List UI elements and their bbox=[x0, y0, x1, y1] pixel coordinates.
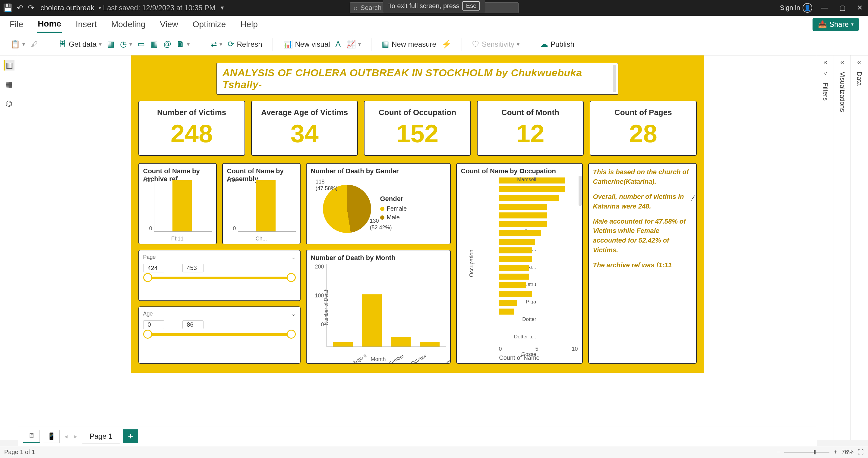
tab-file[interactable]: File bbox=[9, 17, 24, 32]
slider-track[interactable] bbox=[148, 276, 291, 279]
bar bbox=[499, 308, 514, 315]
more-visuals-button[interactable]: 📈 bbox=[346, 39, 361, 49]
sensitivity-button[interactable]: 🛡 Sensitivity bbox=[472, 40, 520, 48]
file-name[interactable]: cholera outbreak bbox=[40, 4, 94, 12]
collapse-icon[interactable]: « bbox=[857, 59, 861, 66]
chevron-down-icon[interactable]: ⌄ bbox=[291, 310, 296, 317]
kpi-card[interactable]: Count of Month 12 bbox=[477, 101, 584, 156]
legend-title: Gender bbox=[380, 195, 407, 203]
excel-icon: ▦ bbox=[107, 39, 115, 49]
chevron-down-icon[interactable]: ⌄ bbox=[291, 254, 296, 261]
transform-data-button[interactable]: ⇄ bbox=[211, 39, 222, 49]
chart-month[interactable]: Number of Death by Month 200 100 0 Numbe… bbox=[306, 250, 451, 364]
report-page[interactable]: ANALYSIS OF CHOLERA OUTBREAK IN STOCKHOL… bbox=[131, 56, 704, 373]
x-axis-title: Count of Name bbox=[457, 354, 582, 361]
zoom-slider[interactable] bbox=[784, 452, 829, 453]
minimize-button[interactable]: — bbox=[819, 3, 830, 13]
fit-page-icon[interactable]: ⛶ bbox=[858, 449, 864, 456]
slicer-page[interactable]: Page⌄ 424 453 bbox=[138, 250, 301, 301]
sql-icon: ▭ bbox=[137, 39, 145, 49]
tab-help[interactable]: Help bbox=[240, 17, 258, 32]
visualizations-panel[interactable]: « Visualizations bbox=[834, 56, 850, 440]
table-view-icon[interactable]: ▦ bbox=[4, 79, 14, 90]
zoom-out-button[interactable]: − bbox=[777, 449, 780, 456]
tab-insert[interactable]: Insert bbox=[75, 17, 97, 32]
page-indicator: Page 1 of 1 bbox=[4, 449, 35, 456]
slider-thumb-min[interactable] bbox=[143, 273, 152, 282]
kpi-card[interactable]: Count of Occupation 152 bbox=[364, 101, 471, 156]
zoom-thumb[interactable] bbox=[814, 450, 815, 454]
enter-data-button[interactable]: ▦ bbox=[150, 39, 158, 49]
chart-gender[interactable]: Number of Death by Gender Gender Female … bbox=[306, 163, 451, 244]
filter-icon[interactable]: ▿ bbox=[824, 69, 827, 77]
narrative-card[interactable]: This is based on the church of Catherine… bbox=[588, 163, 697, 364]
signin-button[interactable]: Sign in 👤 bbox=[780, 3, 812, 13]
publish-button[interactable]: ☁ Publish bbox=[540, 39, 575, 49]
page-tab[interactable]: Page 1 bbox=[82, 429, 120, 444]
scrollbar[interactable] bbox=[579, 176, 582, 206]
add-page-button[interactable]: + bbox=[123, 429, 138, 443]
kpi-card[interactable]: Average Age of Victims 34 bbox=[251, 101, 358, 156]
page-next-icon[interactable]: ▸ bbox=[72, 433, 79, 440]
refresh-button[interactable]: ⟳ Refresh bbox=[228, 39, 262, 49]
filters-panel[interactable]: « ▿ Filters bbox=[817, 56, 834, 440]
collapse-icon[interactable]: « bbox=[824, 59, 827, 66]
slicer-max[interactable]: 453 bbox=[182, 264, 204, 272]
slicer-max[interactable]: 86 bbox=[182, 320, 204, 329]
report-title-card[interactable]: ANALYSIS OF CHOLERA OUTBREAK IN STOCKHOL… bbox=[216, 63, 618, 95]
refresh-label: Refresh bbox=[237, 40, 262, 48]
tab-view[interactable]: View bbox=[159, 17, 179, 32]
slicer-min[interactable]: 424 bbox=[143, 264, 164, 272]
month-bars: August September October November bbox=[327, 264, 446, 347]
excel-source-button[interactable]: ▦ bbox=[107, 39, 115, 49]
slicer-min[interactable]: 0 bbox=[143, 320, 164, 329]
chart-assembly[interactable]: Count of Name by Assembly 200 0 Ch... bbox=[222, 163, 301, 244]
kpi-value: 248 bbox=[142, 121, 242, 146]
desktop-layout-button[interactable]: 🖥 bbox=[23, 430, 40, 443]
save-icon[interactable]: 💾 bbox=[3, 3, 13, 13]
page-prev-icon[interactable]: ◂ bbox=[63, 433, 69, 440]
sql-button[interactable]: ▭ bbox=[137, 39, 145, 49]
undo-icon[interactable]: ↶ bbox=[17, 3, 24, 13]
transform-icon: ⇄ bbox=[211, 39, 217, 49]
get-data-button[interactable]: 🗄 Get data bbox=[59, 39, 102, 49]
search-placeholder: Search bbox=[361, 4, 382, 12]
paste-button[interactable]: 📋 bbox=[10, 39, 25, 49]
slicer-age[interactable]: Age⌄ 0 86 bbox=[138, 306, 301, 364]
restore-button[interactable]: ▢ bbox=[837, 3, 848, 13]
data-panel[interactable]: « Data bbox=[850, 56, 867, 440]
quick-measure-button[interactable]: ⚡ bbox=[442, 39, 451, 49]
last-saved[interactable]: Last saved: 12/9/2023 at 10:35 PM bbox=[99, 4, 215, 12]
new-visual-button[interactable]: 📊 New visual bbox=[283, 39, 330, 49]
scrollbar-indicator[interactable] bbox=[613, 65, 616, 92]
tab-optimize[interactable]: Optimize bbox=[192, 17, 226, 32]
close-button[interactable]: ✕ bbox=[855, 3, 865, 13]
slider-thumb-max[interactable] bbox=[287, 273, 296, 282]
zoom-in-button[interactable]: + bbox=[834, 449, 837, 456]
chevron-down-icon[interactable]: ▼ bbox=[219, 5, 225, 11]
mobile-layout-button[interactable]: 📱 bbox=[43, 430, 60, 443]
new-measure-button[interactable]: ▦ New measure bbox=[382, 39, 436, 49]
slider-track[interactable] bbox=[148, 333, 291, 336]
text-box-button[interactable]: A bbox=[336, 39, 341, 49]
datahub-button[interactable]: ◷ bbox=[120, 39, 132, 49]
kpi-card[interactable]: Number of Victims 248 bbox=[138, 101, 245, 156]
slider-thumb-max[interactable] bbox=[287, 330, 296, 339]
bar-row: Piga bbox=[499, 238, 578, 246]
slider-thumb-min[interactable] bbox=[143, 330, 152, 339]
chart-occupation[interactable]: Count of Name by Occupation Occupation M… bbox=[456, 163, 583, 364]
redo-icon[interactable]: ↷ bbox=[28, 3, 34, 13]
kpi-card[interactable]: Count of Pages 28 bbox=[590, 101, 696, 156]
chart-archive-ref[interactable]: Count of Name by Archive ref 200 0 FI:11 bbox=[138, 163, 217, 244]
share-button[interactable]: 📤 Share ▾ bbox=[812, 18, 859, 31]
canvas[interactable]: ANALYSIS OF CHOLERA OUTBREAK IN STOCKHOL… bbox=[18, 56, 817, 440]
recent-sources-button[interactable]: 🗎 bbox=[177, 39, 190, 49]
report-view-icon[interactable]: ▥ bbox=[4, 60, 14, 70]
collapse-icon[interactable]: « bbox=[840, 59, 844, 66]
format-painter-button[interactable]: 🖌 bbox=[30, 40, 38, 48]
model-view-icon[interactable]: ⌬ bbox=[4, 98, 14, 109]
ytick: 200 bbox=[143, 177, 152, 184]
tab-home[interactable]: Home bbox=[37, 16, 62, 33]
tab-modeling[interactable]: Modeling bbox=[111, 17, 146, 32]
dataverse-button[interactable]: @ bbox=[163, 39, 171, 49]
